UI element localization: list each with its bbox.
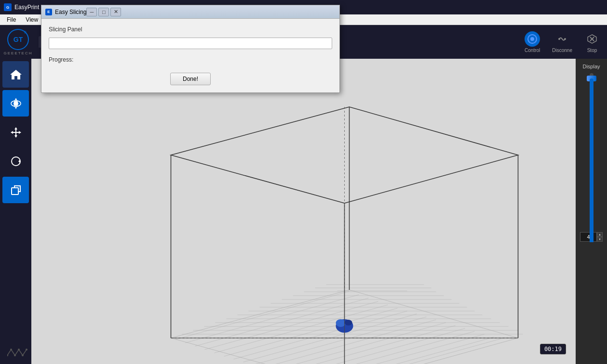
dialog-minimize-button[interactable]: ─ [86, 8, 97, 16]
easy-slicing-dialog: E Easy Slicing ─ □ ✕ Slicing Panel Progr… [41, 5, 340, 93]
progress-label-row: Progress: [49, 56, 332, 63]
dialog-controls: ─ □ ✕ [86, 8, 121, 16]
dialog-maximize-button[interactable]: □ [98, 8, 109, 16]
dialog-close-button[interactable]: ✕ [110, 8, 121, 16]
progress-bar-container [49, 38, 332, 49]
dialog-icon-text: E [47, 10, 50, 14]
dialog-title: Easy Slicing [55, 9, 86, 15]
done-button-row: Done! [49, 73, 332, 85]
dialog-overlay: E Easy Slicing ─ □ ✕ Slicing Panel Progr… [0, 0, 607, 364]
dialog-content: Slicing Panel Progress: Done! [41, 19, 339, 92]
done-button[interactable]: Done! [170, 73, 211, 85]
slicing-panel-label: Slicing Panel [49, 26, 332, 33]
progress-text-label: Progress: [49, 56, 73, 63]
dialog-icon: E [45, 9, 52, 15]
dialog-titlebar[interactable]: E Easy Slicing ─ □ ✕ [41, 5, 339, 19]
